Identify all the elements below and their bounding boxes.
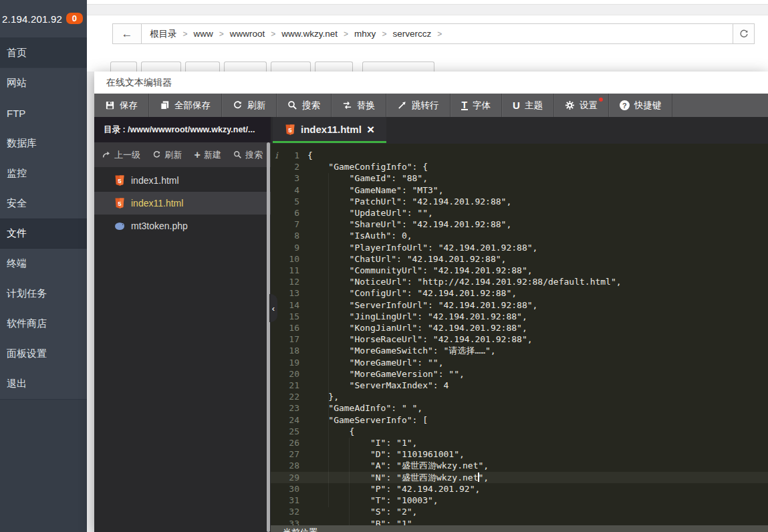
file-tree-action-上一级[interactable]: 上一级 xyxy=(102,149,140,161)
code-line: 33 "B": "1", xyxy=(271,518,768,526)
toolbar-button-label: 替换 xyxy=(357,100,375,112)
replace-icon xyxy=(342,100,352,110)
code-line: i1{ xyxy=(271,150,768,161)
arrow-left-icon: ← xyxy=(122,27,133,41)
file-item-mt3token.php[interactable]: mt3token.php xyxy=(94,215,271,237)
sidebar-item-数据库[interactable]: 数据库 xyxy=(0,128,87,158)
line-number: 4 xyxy=(282,184,299,196)
plus-icon: + xyxy=(194,149,200,161)
breadcrumb-item[interactable]: serverccz xyxy=(392,29,431,39)
line-number: 16 xyxy=(282,322,299,334)
toolbar-button-label: 字体 xyxy=(473,100,491,112)
file-action-button[interactable] xyxy=(110,61,137,72)
toolbar-button-快捷键[interactable]: ?快捷键 xyxy=(609,94,673,117)
annotation-gutter xyxy=(271,414,282,426)
file-action-button[interactable] xyxy=(362,61,434,72)
breadcrumb-item[interactable]: 根目录 xyxy=(150,28,177,40)
file-action-button[interactable] xyxy=(315,61,353,72)
active-tab-underline xyxy=(273,141,386,143)
code-text: "GameId": "88", xyxy=(299,172,428,184)
annotation-gutter xyxy=(271,460,282,471)
statusbar-text: 当前位置 xyxy=(271,525,768,532)
sidebar-item-面板设置[interactable]: 面板设置 xyxy=(0,339,87,369)
indent-guide xyxy=(328,173,329,507)
toolbar-button-全部保存[interactable]: 全部保存 xyxy=(149,94,222,117)
toolbar-button-主题[interactable]: U主题 xyxy=(502,94,554,117)
toolbar-button-保存[interactable]: 保存 xyxy=(94,94,149,117)
sidebar-item-文件[interactable]: 文件 xyxy=(0,219,87,249)
toolbar-button-label: 设置 xyxy=(580,100,598,112)
code-line: 24 "GameServerInfo": [ xyxy=(271,414,768,426)
code-text: "JingLingUrl": "42.194.201.92:88", xyxy=(299,311,527,322)
breadcrumb-item[interactable]: www.wkzy.net xyxy=(281,29,338,39)
path-bar: ← 根目录>www>wwwroot>www.wkzy.net>mhxy>serv… xyxy=(112,23,755,44)
code-line: 16 "KongJianUrl": "42.194.201.92:88", xyxy=(271,322,768,334)
toolbar-button-刷新[interactable]: 刷新 xyxy=(222,94,277,117)
line-number: 18 xyxy=(282,345,299,356)
sidebar-item-网站[interactable]: 网站 xyxy=(0,68,87,98)
breadcrumb-item[interactable]: mhxy xyxy=(354,29,376,39)
annotation-gutter xyxy=(271,172,282,184)
code-text: "NoticeUrl": "http://42.194.201.92:88/de… xyxy=(299,276,622,287)
file-action-button[interactable] xyxy=(141,61,181,72)
modal-header[interactable]: 在线文本编辑器 xyxy=(94,72,768,94)
panel-collapse-handle[interactable]: ‹ xyxy=(269,294,277,322)
code-text: { xyxy=(299,426,354,437)
line-number: 26 xyxy=(282,437,299,448)
directory-path: 目录 : /www/wwwroot/www.wkzy.net/... xyxy=(104,124,255,136)
file-item-index1.html[interactable]: 5index1.html xyxy=(94,169,271,192)
sidebar-item-退出[interactable]: 退出 xyxy=(0,369,87,399)
file-action-button[interactable] xyxy=(224,61,267,72)
sidebar-item-监控[interactable]: 监控 xyxy=(0,158,87,188)
toolbar-spacer xyxy=(672,94,768,117)
chevron-left-icon: ‹ xyxy=(272,303,275,313)
line-number: 31 xyxy=(282,495,299,506)
code-line: 7 "ShareUrl": "42.194.201.92:88", xyxy=(271,219,768,230)
sidebar-item-计划任务[interactable]: 计划任务 xyxy=(0,279,87,309)
toolbar-button-搜索[interactable]: 搜索 xyxy=(277,94,332,117)
line-number: 13 xyxy=(282,287,299,299)
file-action-button[interactable] xyxy=(271,61,311,72)
annotation-gutter xyxy=(271,230,282,241)
code-editor[interactable]: i1{2 "GameConfigInfo": {3 "GameId": "88"… xyxy=(271,144,768,525)
annotation-gutter xyxy=(271,391,282,402)
file-action-buttons-cut xyxy=(110,61,438,72)
toolbar-button-替换[interactable]: 替换 xyxy=(332,94,386,117)
tab-label: index11.html xyxy=(301,124,362,135)
breadcrumb-item[interactable]: wwwroot xyxy=(230,29,265,39)
toolbar-button-跳转行[interactable]: 跳转行 xyxy=(386,94,451,117)
sidebar-item-软件商店[interactable]: 软件商店 xyxy=(0,309,87,339)
back-button[interactable]: ← xyxy=(112,23,142,44)
file-tree-action-新建[interactable]: +新建 xyxy=(194,149,221,161)
toolbar-button-设置[interactable]: 设置 xyxy=(554,94,609,117)
code-text: "ServerMaxIndex": 4 xyxy=(299,380,449,391)
notification-badge[interactable]: 0 xyxy=(66,13,83,24)
code-text: "ConfigUrl": "42.194.201.92:88", xyxy=(299,287,517,299)
close-icon[interactable]: × xyxy=(367,125,374,134)
code-text: "KongJianUrl": "42.194.201.92:88", xyxy=(299,322,527,334)
annotation-gutter xyxy=(271,472,282,483)
sidebar-item-FTP[interactable]: FTP xyxy=(0,98,87,128)
path-refresh-button[interactable] xyxy=(733,23,755,44)
line-number: 19 xyxy=(282,357,299,368)
breadcrumb-item[interactable]: www xyxy=(194,29,213,39)
sidebar-item-首页[interactable]: 首页 xyxy=(0,38,87,68)
code-line: 30 "P": "42.194.201.92", xyxy=(271,483,768,495)
line-number: 12 xyxy=(282,276,299,287)
code-text: "UpdateUrl": "", xyxy=(299,207,433,219)
file-item-index11.html[interactable]: 5index11.html xyxy=(94,192,271,215)
annotation-gutter xyxy=(271,253,282,265)
sidebar-item-安全[interactable]: 安全 xyxy=(0,188,87,219)
file-action-button[interactable] xyxy=(185,61,220,72)
tab-index11[interactable]: 5 index11.html × xyxy=(273,117,386,142)
notification-dot xyxy=(599,98,603,102)
code-text: "ChatUrl": "42.194.201.92:88", xyxy=(299,253,506,265)
breadcrumb[interactable]: 根目录>www>wwwroot>www.wkzy.net>mhxy>server… xyxy=(142,23,733,44)
sidebar-item-终端[interactable]: 终端 xyxy=(0,249,87,279)
code-line: 8 "IsAuth": 0, xyxy=(271,230,768,241)
toolbar-button-字体[interactable]: T字体 xyxy=(451,94,503,117)
file-tree-action-刷新[interactable]: 刷新 xyxy=(152,149,182,161)
file-tree-action-搜索[interactable]: 搜索 xyxy=(233,149,263,161)
up-level-icon xyxy=(102,150,111,159)
file-list-scrollbar[interactable] xyxy=(267,142,270,532)
